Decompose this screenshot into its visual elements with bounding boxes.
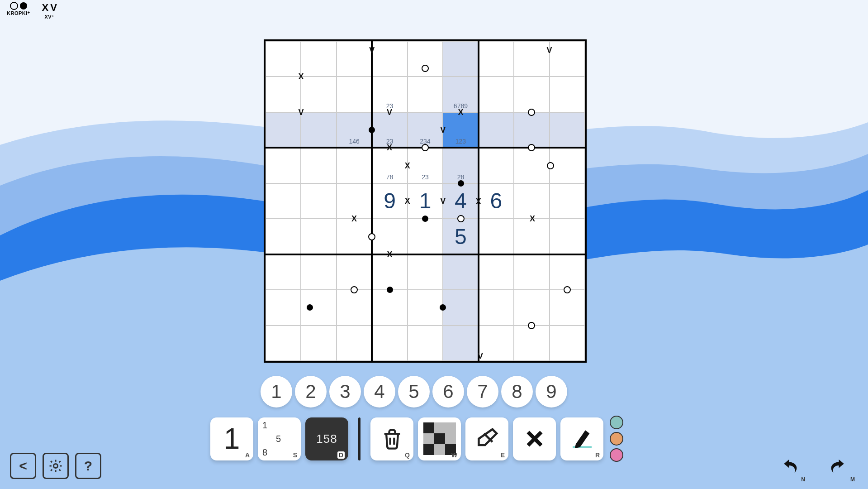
cell-r6c1[interactable] [301,254,336,290]
cell-r8c3[interactable] [372,326,407,361]
cell-r5c3[interactable] [372,219,407,254]
close-button[interactable] [513,417,556,460]
cell-r6c8[interactable] [550,254,585,290]
cell-r7c8[interactable] [550,290,585,325]
cell-r6c6[interactable] [479,254,514,290]
cell-r5c2[interactable] [337,219,372,254]
cell-r8c0[interactable] [266,326,301,361]
cell-r1c1[interactable] [301,77,336,112]
cell-r5c0[interactable] [266,219,301,254]
cell-r0c7[interactable] [514,41,549,77]
help-button[interactable]: ? [75,453,101,479]
cell-r8c5[interactable] [443,326,478,361]
cell-r5c7[interactable] [514,219,549,254]
cell-r2c8[interactable] [550,112,585,148]
cell-r8c8[interactable] [550,326,585,361]
cell-r2c1[interactable] [301,112,336,148]
back-button[interactable]: < [10,453,36,479]
cell-r5c6[interactable] [479,219,514,254]
cell-r3c8[interactable] [550,148,585,183]
num-1-button[interactable]: 1 [261,376,292,408]
redo-button[interactable]: M [825,456,852,479]
num-4-button[interactable]: 4 [364,376,395,408]
cell-r8c4[interactable] [408,326,443,361]
cell-r8c7[interactable] [514,326,549,361]
settings-button[interactable] [43,453,69,479]
rule-xv: X V XV+ [42,2,57,19]
cell-r0c0[interactable] [266,41,301,77]
cell-r8c6[interactable] [479,326,514,361]
cell-r6c3[interactable] [372,254,407,290]
cell-r0c5[interactable] [443,41,478,77]
num-3-button[interactable]: 3 [329,376,361,408]
cell-r2c7[interactable] [514,112,549,148]
undo-icon [777,458,802,478]
num-5-button[interactable]: 5 [398,376,430,408]
cell-r1c2[interactable] [337,77,372,112]
cell-r8c1[interactable] [301,326,336,361]
cell-r4c7[interactable] [514,183,549,219]
cell-r4c0[interactable] [266,183,301,219]
cell-r1c4[interactable] [408,77,443,112]
cell-r7c3[interactable] [372,290,407,325]
cell-r0c8[interactable] [550,41,585,77]
mode-corner-button[interactable]: 1 5 8 S [258,417,301,460]
color-swatch-2[interactable] [610,448,623,462]
cell-r2c6[interactable] [479,112,514,148]
cell-r7c4[interactable] [408,290,443,325]
mode-center-button[interactable]: 158 D [305,417,348,460]
cell-r6c5[interactable] [443,254,478,290]
cell-r3c6[interactable] [479,148,514,183]
cell-r0c3[interactable] [372,41,407,77]
cell-r7c0[interactable] [266,290,301,325]
cell-r2c0[interactable] [266,112,301,148]
cell-r1c0[interactable] [266,77,301,112]
cell-r3c2[interactable] [337,148,372,183]
erase-button[interactable]: E [465,417,508,460]
cell-r1c7[interactable] [514,77,549,112]
kropki-open-dot [368,233,375,240]
cell-r0c6[interactable] [479,41,514,77]
delete-button[interactable]: Q [370,417,413,460]
kropki-open-dot [351,286,358,293]
mode-digit-button[interactable]: 1 A [210,417,253,460]
num-6-button[interactable]: 6 [432,376,464,408]
cell-r3c0[interactable] [266,148,301,183]
num-7-button[interactable]: 7 [467,376,498,408]
highlight-button[interactable]: R [560,417,603,460]
cell-r7c7[interactable] [514,290,549,325]
sudoku-board[interactable]: 9146523678914623234123782328XVVVVXVXXXVX… [264,39,587,363]
cell-r7c6[interactable] [479,290,514,325]
cell-r1c8[interactable] [550,77,585,112]
num-2-button[interactable]: 2 [295,376,327,408]
rule-kropki: KROPKI+ [7,2,30,19]
num-8-button[interactable]: 8 [501,376,533,408]
cell-r5c4[interactable] [408,219,443,254]
cell-r0c2[interactable] [337,41,372,77]
num-9-button[interactable]: 9 [536,376,567,408]
cell-r8c2[interactable] [337,326,372,361]
color-swatch-1[interactable] [610,432,623,446]
cell-r0c1[interactable] [301,41,336,77]
cell-r3c7[interactable] [514,148,549,183]
undo-button[interactable]: N [775,456,802,479]
select-button[interactable]: W [418,417,461,460]
cell-r1c6[interactable] [479,77,514,112]
kropki-open-dot [422,65,429,72]
cell-r6c4[interactable] [408,254,443,290]
cell-r5c8[interactable] [550,219,585,254]
cell-r7c2[interactable] [337,290,372,325]
digit-r4c5: 4 [443,183,478,219]
redo-icon [826,458,851,478]
cell-r3c1[interactable] [301,148,336,183]
cell-r6c7[interactable] [514,254,549,290]
cell-r4c8[interactable] [550,183,585,219]
undo-key: N [801,476,805,483]
cell-r7c5[interactable] [443,290,478,325]
cell-r6c0[interactable] [266,254,301,290]
cell-r4c1[interactable] [301,183,336,219]
color-swatch-0[interactable] [610,416,623,429]
cell-r5c1[interactable] [301,219,336,254]
cell-r6c2[interactable] [337,254,372,290]
cell-r4c2[interactable] [337,183,372,219]
